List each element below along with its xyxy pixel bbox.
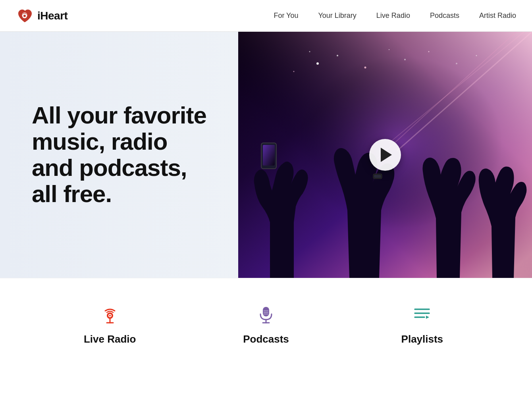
nav-artist-radio[interactable]: Artist Radio xyxy=(479,12,516,20)
play-icon xyxy=(381,148,392,162)
live-radio-label: Live Radio xyxy=(84,333,136,345)
play-button[interactable] xyxy=(369,139,401,171)
playlist-icon xyxy=(411,303,433,325)
svg-point-15 xyxy=(364,67,366,69)
playlist-icon-container xyxy=(410,302,434,326)
svg-point-17 xyxy=(404,59,406,60)
radio-icon-container xyxy=(98,302,122,326)
concert-background xyxy=(238,32,532,278)
svg-point-13 xyxy=(316,62,319,65)
main-nav: For You Your Library Live Radio Podcasts… xyxy=(274,12,516,20)
header: iHeart For You Your Library Live Radio P… xyxy=(0,0,532,32)
svg-rect-28 xyxy=(263,307,269,316)
nav-your-library[interactable]: Your Library xyxy=(318,12,356,20)
nav-for-you[interactable]: For You xyxy=(274,12,298,20)
hero-section: All your favorite music, radio and podca… xyxy=(0,32,532,278)
svg-point-19 xyxy=(456,63,457,64)
bottom-section: Live Radio Podcasts xyxy=(0,278,532,361)
svg-rect-10 xyxy=(263,145,275,166)
live-radio-item[interactable]: Live Radio xyxy=(32,302,188,345)
playlists-label: Playlists xyxy=(401,333,443,345)
playlists-item[interactable]: Playlists xyxy=(344,302,500,345)
podcast-icon xyxy=(255,303,277,325)
svg-point-25 xyxy=(109,315,111,316)
svg-point-22 xyxy=(476,55,477,56)
svg-point-1 xyxy=(23,15,26,17)
podcast-icon-container xyxy=(254,302,278,326)
hero-headline: All your favorite music, radio and podca… xyxy=(32,102,214,207)
svg-point-18 xyxy=(428,51,430,52)
iheart-logo-icon xyxy=(16,7,33,25)
svg-point-21 xyxy=(389,49,389,50)
logo[interactable]: iHeart xyxy=(16,7,67,25)
radio-icon xyxy=(99,303,121,325)
podcasts-label: Podcasts xyxy=(243,333,289,345)
logo-text: iHeart xyxy=(37,10,67,22)
svg-point-16 xyxy=(309,51,310,52)
svg-point-20 xyxy=(293,71,295,72)
hero-media-area xyxy=(238,32,532,278)
nav-podcasts[interactable]: Podcasts xyxy=(430,12,459,20)
hero-text-area: All your favorite music, radio and podca… xyxy=(0,32,238,278)
svg-rect-12 xyxy=(374,175,381,178)
podcasts-item[interactable]: Podcasts xyxy=(188,302,344,345)
nav-live-radio[interactable]: Live Radio xyxy=(376,12,410,20)
svg-point-14 xyxy=(337,55,338,56)
